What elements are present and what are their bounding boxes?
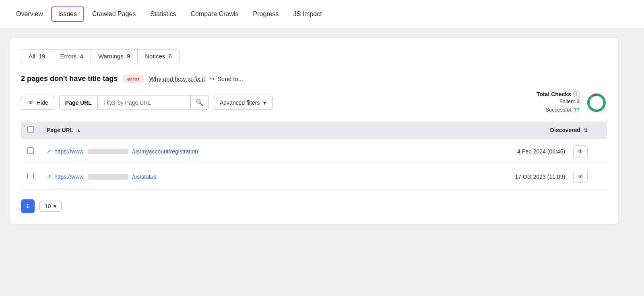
advanced-filters-button[interactable]: Advanced filters ▾ bbox=[213, 96, 273, 110]
row-discovered-cell: 4 Feb 2024 (06:46) 👁 bbox=[509, 139, 594, 164]
url-prefix: https://www. bbox=[54, 148, 85, 155]
redacted-domain bbox=[88, 149, 128, 154]
row-eye-button-1[interactable]: 👁 bbox=[573, 171, 588, 183]
row-checkbox-1[interactable] bbox=[27, 173, 34, 179]
checks-stats: Failed: 2 Successful: 77 bbox=[537, 97, 580, 114]
filter-tab-all[interactable]: All 19 bbox=[21, 49, 53, 63]
filter-tab-warnings[interactable]: Warnings 9 bbox=[91, 49, 138, 63]
issue-header: 2 pages don't have title tags error Why … bbox=[21, 75, 607, 83]
failed-count: 2 bbox=[577, 98, 580, 104]
total-checks-info: Total Checks i Failed: 2 Successful: 77 bbox=[537, 91, 580, 114]
table-row: ↗ https://www./us/myaccount/registration… bbox=[21, 139, 607, 164]
issues-card: All 19 Errors 4 Warnings 9 Notices 6 2 p… bbox=[10, 38, 618, 224]
discovered-date: 17 Oct 2023 (11:09) bbox=[515, 174, 566, 180]
search-button[interactable]: 🔍 bbox=[190, 95, 208, 110]
hide-button[interactable]: 👁 Hide bbox=[21, 96, 55, 110]
url-filter-input[interactable] bbox=[98, 96, 190, 109]
issues-table: Page URL ▲ Discovered ⇅ ↗ bbox=[21, 122, 607, 190]
top-navigation: Overview Issues Crawled Pages Statistics… bbox=[0, 0, 644, 28]
filter-tab-errors[interactable]: Errors 4 bbox=[53, 49, 91, 63]
nav-item-statistics[interactable]: Statistics bbox=[144, 7, 182, 21]
header-checkbox-cell bbox=[21, 122, 40, 139]
donut-chart bbox=[586, 92, 607, 113]
table-row: ↗ https://www./us/status 17 Oct 2023 (11… bbox=[21, 164, 607, 189]
external-link-icon: ↗ bbox=[47, 148, 51, 154]
row-eye-button-0[interactable]: 👁 bbox=[573, 145, 588, 157]
sort-icon-url: ▲ bbox=[76, 128, 81, 133]
send-to-button[interactable]: ↪ Send to... bbox=[210, 75, 243, 83]
row-url-cell: ↗ https://www./us/status bbox=[40, 164, 509, 189]
search-icon: 🔍 bbox=[196, 99, 204, 106]
row-checkbox-0[interactable] bbox=[27, 147, 34, 154]
error-badge: error bbox=[122, 75, 144, 83]
url-filter-group: Page URL 🔍 bbox=[59, 95, 209, 110]
url-suffix: /us/myaccount/registration bbox=[132, 148, 198, 155]
url-link-1[interactable]: ↗ https://www./us/status bbox=[47, 174, 502, 180]
nav-item-js-impact[interactable]: JS Impact bbox=[287, 7, 328, 21]
discovered-date: 4 Feb 2024 (06:46) bbox=[517, 148, 565, 155]
url-label: Page URL bbox=[60, 96, 98, 109]
row-discovered-cell: 17 Oct 2023 (11:09) 👁 bbox=[509, 164, 594, 189]
issue-title: 2 pages don't have title tags bbox=[21, 75, 118, 83]
nav-item-overview[interactable]: Overview bbox=[10, 7, 50, 21]
chevron-down-icon-pagination: ▾ bbox=[54, 203, 56, 209]
page-number-1[interactable]: 1 bbox=[21, 199, 35, 213]
pagination-row: 1 10 ▾ bbox=[21, 199, 607, 213]
info-icon[interactable]: i bbox=[573, 91, 580, 97]
total-checks-widget: Total Checks i Failed: 2 Successful: 77 bbox=[537, 91, 607, 114]
nav-item-compare-crawls[interactable]: Compare Crawls bbox=[184, 7, 245, 21]
send-to-icon: ↪ bbox=[210, 75, 215, 83]
success-count: 77 bbox=[574, 107, 580, 113]
total-checks-title: Total Checks i bbox=[537, 91, 580, 97]
filter-tab-notices[interactable]: Notices 6 bbox=[138, 49, 180, 63]
redacted-domain bbox=[88, 174, 128, 180]
external-link-icon: ↗ bbox=[47, 174, 51, 180]
nav-item-crawled-pages[interactable]: Crawled Pages bbox=[86, 7, 142, 21]
select-all-checkbox[interactable] bbox=[27, 126, 34, 133]
controls-row: 👁 Hide Page URL 🔍 Advanced filters ▾ Tot… bbox=[21, 91, 607, 114]
nav-item-progress[interactable]: Progress bbox=[247, 7, 285, 21]
sort-icon-discovered: ⇅ bbox=[584, 128, 588, 133]
url-suffix: /us/status bbox=[132, 174, 156, 180]
filter-tabs: All 19 Errors 4 Warnings 9 Notices 6 bbox=[21, 49, 607, 63]
nav-item-issues[interactable]: Issues bbox=[51, 6, 84, 22]
url-prefix: https://www. bbox=[54, 174, 85, 180]
chevron-down-icon: ▾ bbox=[263, 99, 266, 106]
row-checkbox-cell bbox=[21, 139, 40, 164]
why-fix-link[interactable]: Why and how to fix it bbox=[149, 75, 205, 82]
url-link-0[interactable]: ↗ https://www./us/myaccount/registration bbox=[47, 148, 502, 155]
column-header-url[interactable]: Page URL ▲ bbox=[40, 122, 509, 139]
row-checkbox-cell bbox=[21, 164, 40, 189]
eye-icon: 👁 bbox=[28, 99, 33, 106]
per-page-select[interactable]: 10 ▾ bbox=[39, 201, 62, 212]
svg-point-1 bbox=[588, 95, 605, 111]
row-url-cell: ↗ https://www./us/myaccount/registration bbox=[40, 139, 509, 164]
column-header-discovered[interactable]: Discovered ⇅ bbox=[509, 122, 594, 139]
